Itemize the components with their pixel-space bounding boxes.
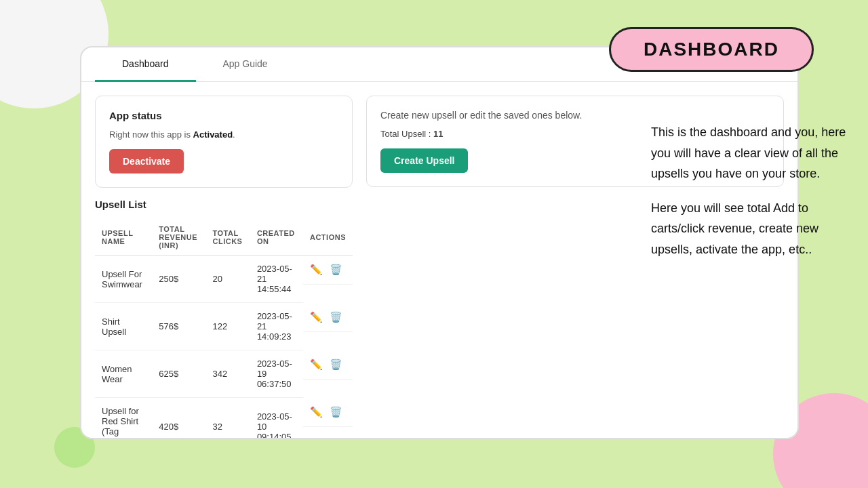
cell-clicks: 342 <box>206 350 250 398</box>
cell-revenue: 576$ <box>152 303 205 350</box>
app-status-description: Right now this app is Activated. <box>109 129 338 140</box>
left-panel: App status Right now this app is Activat… <box>95 96 353 439</box>
cell-clicks: 122 <box>206 303 250 350</box>
page-description-para2: Here you will see total Add to carts/cli… <box>651 198 848 260</box>
page-description: This is the dashboard and you, here you … <box>651 122 848 274</box>
table-header-row: UPSELL NAME TOTAL REVENUE (INR) TOTAL CL… <box>95 220 353 256</box>
table-row: Women Wear 625$ 342 2023-05-19 06:37:50 … <box>95 350 353 398</box>
create-upsell-description: Create new upsell or edit the saved ones… <box>380 110 770 121</box>
edit-icon[interactable]: ✏️ <box>310 264 323 276</box>
cell-created: 2023-05-19 06:37:50 <box>250 350 303 398</box>
upsell-table: UPSELL NAME TOTAL REVENUE (INR) TOTAL CL… <box>95 220 353 439</box>
cell-clicks: 32 <box>206 398 250 440</box>
create-upsell-button[interactable]: Create Upsell <box>380 148 468 173</box>
cell-revenue: 625$ <box>152 350 205 398</box>
total-upsell-value: 11 <box>433 129 443 139</box>
cell-revenue: 250$ <box>152 256 205 303</box>
tab-app-guide[interactable]: App Guide <box>196 47 295 82</box>
col-created-on: CREATED ON <box>250 220 303 256</box>
cell-name: Shirt Upsell <box>95 303 152 350</box>
cell-created: 2023-05-21 14:09:23 <box>250 303 303 350</box>
delete-icon[interactable]: 🗑️ <box>330 359 342 371</box>
cell-created: 2023-05-10 09:14:05 <box>250 398 303 440</box>
app-status-card: App status Right now this app is Activat… <box>95 96 353 188</box>
app-status-value: Activated <box>193 129 233 140</box>
dashboard-title: DASHBOARD <box>644 39 779 60</box>
cell-created: 2023-05-21 14:55:44 <box>250 256 303 303</box>
table-row: Upsell For Swimwear 250$ 20 2023-05-21 1… <box>95 256 353 303</box>
edit-icon[interactable]: ✏️ <box>310 359 323 371</box>
table-row: Shirt Upsell 576$ 122 2023-05-21 14:09:2… <box>95 303 353 350</box>
delete-icon[interactable]: 🗑️ <box>330 311 342 323</box>
edit-icon[interactable]: ✏️ <box>310 311 323 323</box>
col-actions: ACTIONS <box>303 220 353 256</box>
col-clicks: TOTAL CLICKS <box>206 220 250 256</box>
col-upsell-name: UPSELL NAME <box>95 220 152 256</box>
cell-actions: ✏️ 🗑️ <box>303 303 353 332</box>
edit-icon[interactable]: ✏️ <box>310 406 323 418</box>
cell-name: Women Wear <box>95 350 152 398</box>
page-description-para1: This is the dashboard and you, here you … <box>651 122 848 184</box>
deactivate-button[interactable]: Deactivate <box>109 149 184 174</box>
cell-actions: ✏️ 🗑️ <box>303 398 353 427</box>
cell-actions: ✏️ 🗑️ <box>303 256 353 285</box>
table-row: Upsell for Red Shirt (Tag Based) 420$ 32… <box>95 398 353 440</box>
tab-dashboard[interactable]: Dashboard <box>95 47 196 82</box>
cell-actions: ✏️ 🗑️ <box>303 350 353 380</box>
cell-clicks: 20 <box>206 256 250 303</box>
cell-name: Upsell For Swimwear <box>95 256 152 303</box>
delete-icon[interactable]: 🗑️ <box>330 264 342 276</box>
cell-revenue: 420$ <box>152 398 205 440</box>
col-revenue: TOTAL REVENUE (INR) <box>152 220 205 256</box>
app-status-title: App status <box>109 110 338 121</box>
upsell-list-section: Upsell List UPSELL NAME TOTAL REVENUE (I… <box>95 199 353 439</box>
cell-name: Upsell for Red Shirt (Tag Based) <box>95 398 152 440</box>
upsell-list-title: Upsell List <box>95 199 353 210</box>
dashboard-badge: DASHBOARD <box>609 27 814 72</box>
delete-icon[interactable]: 🗑️ <box>330 406 342 418</box>
